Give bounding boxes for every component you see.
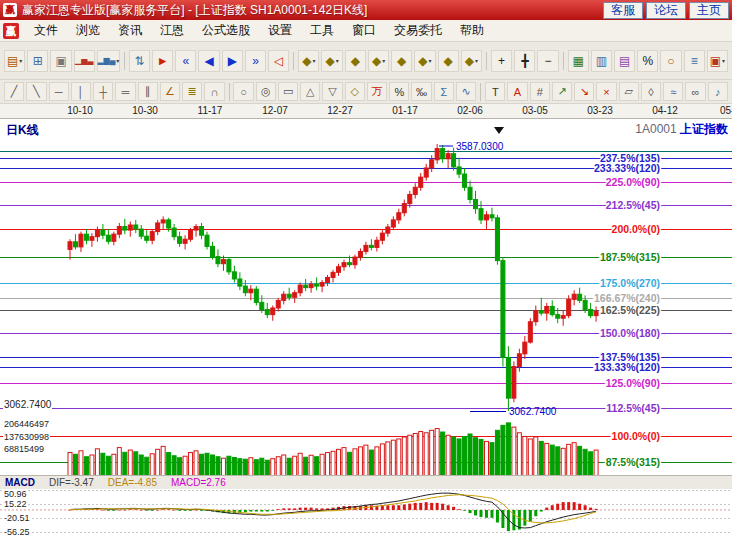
gann-angle-icon[interactable]: ◆ [438, 50, 459, 72]
text-tool-icon[interactable]: T [485, 82, 505, 101]
measure-icon[interactable]: # [530, 82, 550, 101]
calendar-icon[interactable]: ▤ [614, 50, 635, 72]
menu-window[interactable]: 窗口 [343, 20, 385, 41]
parallel-line-icon[interactable]: ∥ [138, 82, 158, 101]
gann-label: 125.0%(90) [606, 377, 660, 389]
date-label: 01-17 [385, 105, 425, 116]
gann-box-icon[interactable]: ◆ [345, 50, 366, 72]
wan-line-icon[interactable]: 万 [367, 82, 387, 101]
main-toolbar: ▤▾⊞▣▁▅▃▂▆▄▾⇅►«◀▶»◁◆▾◆▾◆◆▾◆◆▾◆◆▾+╋−▦▥▤%○≡… [0, 42, 732, 80]
gann-label: 233.33%(120) [594, 162, 660, 174]
kline-period-icon[interactable]: ▤▾ [4, 50, 25, 72]
percent-tool-icon[interactable]: % [637, 50, 658, 72]
menu-settings[interactable]: 设置 [259, 20, 301, 41]
concentric-circles-icon[interactable]: ◎ [256, 82, 276, 101]
zoom-out-icon[interactable]: − [537, 50, 558, 72]
gann-label: 162.5%(225) [600, 304, 660, 316]
macd-chart[interactable] [0, 489, 732, 546]
menu-tools[interactable]: 工具 [301, 20, 343, 41]
cycle-tool-icon[interactable]: ○ [660, 50, 681, 72]
macd-header[interactable]: MACD DIF=-3.47 DEA=-4.85 MACD=2.76 [0, 475, 732, 489]
gann-square-icon[interactable]: ◆▾ [298, 50, 319, 72]
menu-formula-stock-pick[interactable]: 公式选股 [193, 20, 259, 41]
peak-price-annotation: 3587.0300 [456, 141, 504, 152]
quote-table-icon[interactable]: ▥ [591, 50, 612, 72]
delete-drawing-icon[interactable]: × [596, 82, 616, 101]
sigma-icon[interactable]: Σ [434, 82, 454, 101]
infinity-icon[interactable]: ∞ [685, 82, 705, 101]
capture-icon[interactable]: ▣▾ [707, 50, 728, 72]
next-bar-icon[interactable]: ▶ [222, 50, 243, 72]
diamond-icon[interactable]: ◇ [345, 82, 365, 101]
double-line-icon[interactable]: ═ [115, 82, 135, 101]
gann-time-icon[interactable]: ◆▾ [461, 50, 482, 72]
list-icon[interactable]: ≡ [684, 50, 705, 72]
date-label: 10-10 [60, 105, 100, 116]
chart-window-icon[interactable]: ⊞ [27, 50, 48, 72]
permille-line-icon[interactable]: ‰ [411, 82, 431, 101]
gann-grid-icon[interactable]: ◆ [391, 50, 412, 72]
arrow-up-right-icon[interactable]: ↗ [552, 82, 572, 101]
cross-line-icon[interactable]: ┼ [93, 82, 113, 101]
wave-icon[interactable]: ∿ [456, 82, 476, 101]
prev-bar-icon[interactable]: ◀ [198, 50, 219, 72]
note-icon[interactable]: ♪ [708, 82, 728, 101]
pencil-icon[interactable]: ╱ [4, 82, 24, 101]
circle-icon[interactable]: ○ [233, 82, 253, 101]
last-bar-icon[interactable]: » [245, 50, 266, 72]
menu-file[interactable]: 文件 [25, 20, 67, 41]
swap-vertical-icon[interactable]: ⇅ [129, 50, 150, 72]
gann-fan-tool-icon[interactable]: ◆▾ [368, 50, 389, 72]
arrow-down-right-icon[interactable]: ↘ [574, 82, 594, 101]
bar-graph-icon[interactable]: ▁▅▃ [74, 50, 95, 72]
percent-line-icon[interactable]: % [389, 82, 409, 101]
menu-trade[interactable]: 交易委托 [385, 20, 451, 41]
kline-chart[interactable]: 237.5%(135)233.33%(120)225.0%(90)212.5%(… [0, 119, 732, 476]
grid-icon[interactable]: ▦ [568, 50, 589, 72]
zoom-in-icon[interactable]: + [491, 50, 512, 72]
gann-label: 225.0%(90) [606, 176, 660, 188]
menu-news[interactable]: 资讯 [109, 20, 151, 41]
menu-gann[interactable]: 江恩 [151, 20, 193, 41]
parallelogram-icon[interactable]: ▱ [619, 82, 639, 101]
gann-label: 100.0%(0) [612, 430, 660, 442]
gann-label: 200.0%(0) [612, 223, 660, 235]
fan-lines-icon[interactable]: ≣ [182, 82, 202, 101]
date-label: 12-27 [320, 105, 360, 116]
gann-wheel-icon[interactable]: ◆▾ [321, 50, 342, 72]
app-logo-icon: 赢 [3, 3, 17, 17]
vertical-line-icon[interactable]: │ [71, 82, 91, 101]
trendline-icon[interactable]: ╲ [26, 82, 46, 101]
gann-label: 166.67%(240) [594, 292, 660, 304]
volume-graph-icon[interactable]: ▂▆▄▾ [97, 50, 120, 72]
first-bar-icon[interactable]: « [175, 50, 196, 72]
angle-line-icon[interactable]: ∠ [160, 82, 180, 101]
clipboard-icon[interactable]: ▣ [50, 50, 71, 72]
menu-help[interactable]: 帮助 [451, 20, 493, 41]
triangle-icon[interactable]: △ [300, 82, 320, 101]
rectangle-icon[interactable]: ▭ [278, 82, 298, 101]
chart-area[interactable]: 237.5%(135)233.33%(120)225.0%(90)212.5%(… [0, 118, 732, 475]
label-tool-icon[interactable]: A [507, 82, 527, 101]
lozenge-icon[interactable]: ◊ [641, 82, 661, 101]
horizontal-line-icon[interactable]: ─ [49, 82, 69, 101]
customer-service-button[interactable]: 客服 [603, 2, 643, 19]
macd-axis-label: 50.96 [3, 489, 28, 499]
titlebar-buttons: 客服论坛主页 [603, 2, 729, 19]
inverted-triangle-icon[interactable]: ▽ [322, 82, 342, 101]
approx-icon[interactable]: ≈ [663, 82, 683, 101]
macd-axis-label: -20.51 [3, 513, 31, 523]
arc-icon[interactable]: ∩ [204, 82, 224, 101]
flag-icon[interactable]: ► [152, 50, 173, 72]
toolbar-separator [124, 52, 125, 70]
home-button[interactable]: 主页 [689, 2, 729, 19]
crosshair-icon[interactable]: ╋ [514, 50, 535, 72]
gann-circle-icon[interactable]: ◆▾ [414, 50, 435, 72]
title-bar: 赢 赢家江恩专业版[赢家服务平台] - [上证指数 SH1A0001-142日K… [0, 0, 732, 20]
back-arrow-icon[interactable]: ◁ [268, 50, 289, 72]
menu-browse[interactable]: 浏览 [67, 20, 109, 41]
forum-button[interactable]: 论坛 [646, 2, 686, 19]
symbol-name: 上证指数 [680, 122, 728, 136]
toolbar-separator [229, 83, 230, 101]
macd-pane[interactable]: 50.9615.22-20.51-56.25 [0, 489, 732, 546]
